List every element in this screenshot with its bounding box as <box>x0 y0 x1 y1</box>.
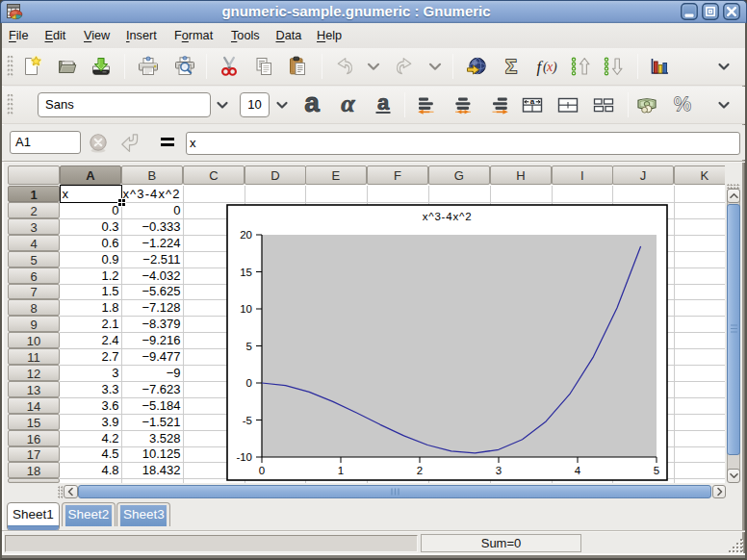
svg-text:): ) <box>552 60 557 75</box>
svg-text:a: a <box>530 97 535 106</box>
svg-text:2: 2 <box>417 465 423 476</box>
svg-text:a: a <box>304 93 320 116</box>
svg-text:5: 5 <box>654 465 659 476</box>
svg-text:x^3-4x^2: x^3-4x^2 <box>423 211 473 222</box>
svg-text:15: 15 <box>240 267 252 278</box>
svg-text:%: % <box>674 93 691 115</box>
svg-text:4: 4 <box>575 465 581 476</box>
svg-text:-5: -5 <box>243 415 252 426</box>
svg-text:3: 3 <box>496 465 502 476</box>
svg-text:0: 0 <box>246 377 252 389</box>
svg-text:5: 5 <box>246 341 252 352</box>
svg-text:0: 0 <box>259 465 265 476</box>
svg-text:-10: -10 <box>236 451 252 463</box>
svg-text:Σ: Σ <box>505 55 517 76</box>
svg-text:a: a <box>377 93 390 115</box>
svg-text:20: 20 <box>240 229 252 241</box>
svg-text:α: α <box>341 93 355 116</box>
svg-text:1: 1 <box>338 465 344 476</box>
svg-text:10: 10 <box>240 303 252 315</box>
